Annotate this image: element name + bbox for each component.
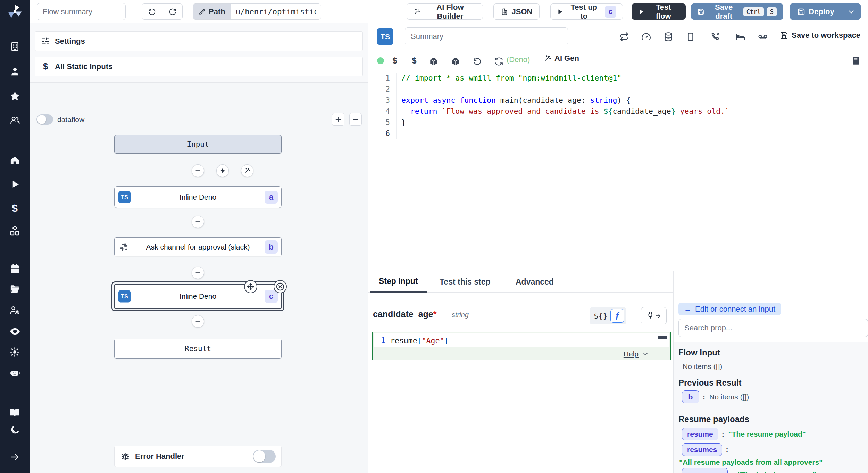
deno-language-label[interactable]: (Deno) bbox=[507, 55, 530, 64]
deploy-split-button: Deploy bbox=[790, 3, 861, 20]
move-step-button[interactable] bbox=[244, 280, 257, 293]
step-summary-input[interactable] bbox=[405, 27, 568, 45]
required-asterisk: * bbox=[433, 309, 437, 319]
insert-step-button[interactable] bbox=[192, 267, 204, 279]
library-book-icon[interactable] bbox=[850, 55, 861, 66]
all-static-inputs-label: All Static Inputs bbox=[55, 62, 112, 71]
path-edit-button[interactable]: Path bbox=[193, 4, 231, 19]
input-node-label: Input bbox=[187, 140, 209, 149]
ai-suggest-button[interactable] bbox=[241, 164, 253, 177]
plus-icon bbox=[194, 167, 201, 174]
insert-step-button[interactable] bbox=[192, 164, 204, 177]
template-mode-button[interactable]: ${} bbox=[594, 312, 608, 320]
sidebar-favorites-icon[interactable] bbox=[8, 90, 21, 102]
sidebar-user-icon[interactable] bbox=[8, 65, 21, 78]
zoom-in-button[interactable] bbox=[332, 113, 344, 126]
delete-step-button[interactable] bbox=[274, 280, 287, 293]
expression-editor[interactable]: 1 resume["Age"] Help bbox=[372, 332, 671, 360]
prop-badge-resume[interactable]: resume bbox=[682, 428, 718, 440]
concurrency-gauge-icon[interactable] bbox=[641, 31, 652, 42]
input-node[interactable]: Input bbox=[114, 135, 282, 154]
tab-test-this-step[interactable]: Test this step bbox=[440, 271, 491, 293]
sidebar-theme-moon-icon[interactable] bbox=[8, 424, 21, 437]
prop-badge-resumes[interactable]: resumes bbox=[682, 443, 722, 456]
cache-database-icon[interactable] bbox=[663, 31, 674, 42]
retry-icon[interactable] bbox=[619, 31, 630, 42]
sidebar-workspace-icon[interactable] bbox=[8, 40, 21, 53]
save-draft-button[interactable]: Save draft Ctrl S bbox=[691, 3, 783, 20]
dataflow-toggle[interactable] bbox=[36, 114, 53, 125]
step-tabs: Step Input Test this step Advanced bbox=[368, 271, 673, 293]
flow-summary-input[interactable] bbox=[37, 3, 126, 20]
reset-undo-icon[interactable] bbox=[472, 56, 483, 67]
reload-language-icon[interactable] bbox=[493, 56, 504, 67]
insert-step-button[interactable] bbox=[192, 315, 204, 328]
error-handler-toggle[interactable] bbox=[253, 450, 276, 463]
code-editor[interactable]: 123456 // import * as wmill from "npm:wi… bbox=[368, 71, 868, 271]
ai-flow-builder-button[interactable]: AI Flow Builder bbox=[407, 3, 483, 20]
all-static-inputs-row[interactable]: $ All Static Inputs bbox=[35, 57, 363, 76]
flow-panel: Settings $ All Static Inputs dataflow In… bbox=[30, 23, 368, 473]
status-dot-icon bbox=[377, 57, 384, 64]
plus-icon bbox=[194, 318, 201, 325]
sidebar-schedules-icon[interactable] bbox=[8, 262, 21, 275]
sidebar-folders-icon[interactable] bbox=[8, 282, 21, 295]
ai-gen-button[interactable]: AI Gen bbox=[544, 54, 579, 63]
path-value-input[interactable] bbox=[231, 4, 321, 19]
sidebar-variables-icon[interactable]: $ bbox=[8, 202, 21, 214]
sidebar-docs-icon[interactable] bbox=[8, 406, 21, 419]
save-to-workspace-label: Save to workspace bbox=[792, 31, 860, 40]
sleep-bed-icon[interactable] bbox=[735, 31, 746, 42]
tab-advanced[interactable]: Advanced bbox=[516, 271, 554, 293]
sidebar-audit-icon[interactable] bbox=[8, 325, 21, 338]
sidebar-home-icon[interactable] bbox=[8, 154, 21, 167]
sidebar-resources-icon[interactable] bbox=[8, 225, 21, 237]
early-stop-icon[interactable] bbox=[685, 31, 696, 42]
step-node-a[interactable]: TS Inline Deno a bbox=[114, 186, 282, 208]
tab-step-input[interactable]: Step Input bbox=[370, 271, 427, 293]
step-node-b[interactable]: Ask channel for approval (slack) b bbox=[114, 237, 282, 256]
result-node[interactable]: Result bbox=[114, 339, 282, 359]
arrow-right-icon bbox=[655, 313, 661, 319]
zoom-out-button[interactable] bbox=[349, 113, 362, 126]
save-icon bbox=[780, 31, 788, 40]
sidebar-settings-icon[interactable] bbox=[8, 346, 21, 358]
save-to-workspace-button[interactable]: Save to workspace bbox=[780, 31, 860, 40]
resource-picker-icon[interactable]: $ bbox=[409, 55, 420, 66]
test-up-to-button[interactable]: Test up to c bbox=[550, 3, 623, 20]
prop-search-input[interactable] bbox=[678, 319, 868, 337]
deploy-more-button[interactable] bbox=[842, 3, 861, 20]
edit-or-connect-button[interactable]: ← Edit or connect an input bbox=[678, 303, 781, 315]
help-link[interactable]: Help bbox=[624, 350, 649, 358]
sidebar-community-icon[interactable] bbox=[8, 113, 21, 126]
typescript-icon: TS bbox=[118, 191, 131, 203]
path-group: Path bbox=[193, 3, 321, 20]
javascript-mode-button[interactable]: f bbox=[610, 309, 624, 323]
trigger-button[interactable] bbox=[216, 164, 229, 177]
mock-voicemail-icon[interactable] bbox=[757, 31, 768, 42]
suspend-phone-icon[interactable] bbox=[710, 31, 721, 42]
sidebar-expand-icon[interactable] bbox=[8, 450, 21, 463]
prop-badge-approvers[interactable]: approvers bbox=[682, 468, 728, 473]
package-icon[interactable] bbox=[450, 56, 461, 67]
flow-settings-row[interactable]: Settings bbox=[35, 31, 363, 51]
windmill-logo-icon[interactable] bbox=[7, 4, 23, 19]
json-button[interactable]: JSON bbox=[493, 3, 540, 20]
package-icon[interactable] bbox=[428, 56, 439, 67]
deploy-button[interactable]: Deploy bbox=[790, 3, 842, 20]
connect-input-button[interactable] bbox=[641, 307, 667, 324]
result-node-label: Result bbox=[185, 345, 211, 353]
test-flow-button[interactable]: Test flow bbox=[632, 3, 686, 20]
approvers-value: "The list of approvers" bbox=[738, 470, 816, 473]
sidebar-runs-icon[interactable] bbox=[8, 178, 21, 191]
undo-button[interactable] bbox=[142, 4, 162, 19]
prop-badge-b[interactable]: b bbox=[682, 390, 699, 403]
insert-step-button[interactable] bbox=[192, 216, 204, 228]
variable-picker-icon[interactable]: $ bbox=[389, 55, 400, 66]
step-node-a-badge: a bbox=[265, 191, 278, 204]
app-sidebar: $ bbox=[0, 0, 30, 473]
error-handler-row[interactable]: Error Handler bbox=[114, 446, 282, 467]
sidebar-workers-icon[interactable] bbox=[8, 304, 21, 316]
sidebar-ai-icon[interactable] bbox=[8, 366, 21, 379]
redo-button[interactable] bbox=[162, 4, 182, 19]
